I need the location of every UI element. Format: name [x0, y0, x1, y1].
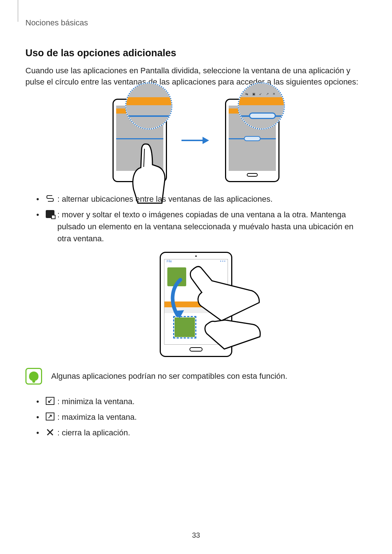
mag-option-icons: ⇆ ▣ ↙ ↗ ✕ [239, 92, 284, 96]
section-title: Uso de las opciones adicionales [25, 48, 367, 59]
options-pill [244, 136, 261, 141]
minimize-window-icon [46, 397, 54, 405]
breadcrumb: Nociones básicas [25, 18, 367, 28]
swap-windows-icon [46, 194, 54, 202]
bell-icon [29, 372, 38, 381]
split-divider [116, 138, 163, 139]
bullet-list-1: : alternar ubicaciones entre las ventana… [25, 193, 367, 245]
note-text: Algunas aplicaciones podrían no ser comp… [51, 372, 287, 381]
bullet-minimize: : minimiza la ventana. [36, 395, 367, 407]
page-number: 33 [0, 531, 392, 539]
note-icon-box [25, 368, 42, 385]
hands-dragging [181, 259, 261, 353]
bullet-swap-text: : alternar ubicaciones entre las ventana… [57, 193, 367, 205]
arrow-right-icon [181, 137, 211, 144]
tablet-left-wrap [113, 99, 167, 182]
bullet-maximize: : maximiza la ventana. [36, 411, 367, 423]
bullet-close: : cierra la aplicación. [36, 427, 367, 439]
close-app-icon [46, 428, 54, 436]
bullet-drag: : mover y soltar el texto o imágenes cop… [36, 209, 367, 245]
magnifier-left [125, 82, 172, 130]
tablet-right-wrap: ⇆ ▣ ↙ ↗ ✕ [225, 99, 279, 182]
mag-divider-line [126, 115, 171, 117]
bullet-close-text: : cierra la aplicación. [57, 427, 367, 439]
compatibility-note: Algunas aplicaciones podrían no ser comp… [25, 368, 367, 385]
figure-drag-between-windows: File• • • [25, 252, 367, 357]
intro-paragraph: Cuando use las aplicaciones en Pantalla … [25, 65, 367, 88]
mag-orange-bar [126, 97, 171, 105]
drag-content-icon [46, 210, 54, 218]
bullet-minimize-text: : minimiza la ventana. [57, 395, 367, 407]
figure-splitview-options: ⇆ ▣ ↙ ↗ ✕ [25, 99, 367, 182]
maximize-window-icon [46, 413, 54, 420]
bullet-maximize-text: : maximiza la ventana. [57, 411, 367, 423]
camera-dot [195, 255, 197, 257]
page-margin-rule [18, 0, 18, 22]
magnifier-right: ⇆ ▣ ↙ ↗ ✕ [238, 82, 285, 130]
mag-orange-bar [239, 97, 284, 105]
bullet-swap: : alternar ubicaciones entre las ventana… [36, 193, 367, 205]
bullet-drag-text: : mover y soltar el texto o imágenes cop… [57, 209, 367, 245]
bullet-list-2: : minimiza la ventana. : maximiza la ven… [25, 395, 367, 439]
home-button [247, 173, 258, 177]
mag-options-pill [249, 112, 276, 119]
tablet-drag-wrap: File• • • [160, 252, 232, 357]
